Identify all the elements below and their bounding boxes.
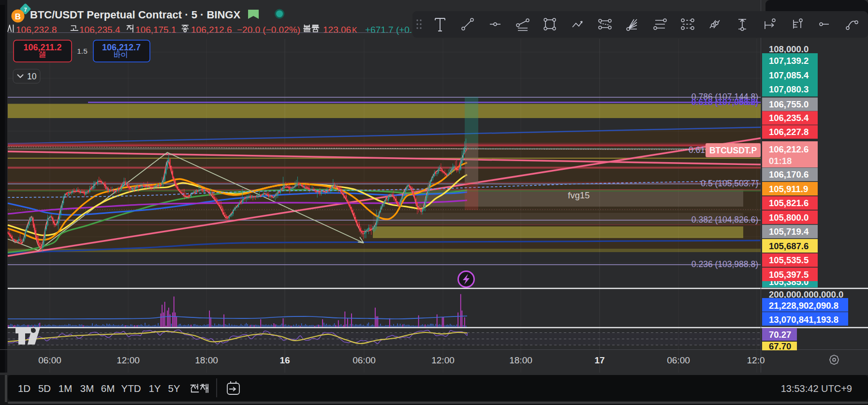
svg-text:0.5 (105,503.7): 0.5 (105,503.7) [701,179,758,188]
svg-text:12:0: 12:0 [747,355,765,365]
svg-text:1Y: 1Y [148,383,161,394]
svg-text:1M: 1M [59,383,72,394]
svg-text:5Y: 5Y [168,383,180,394]
svg-text:7: 7 [24,7,27,13]
svg-text:01:18: 01:18 [769,156,792,166]
svg-text:105,397.5: 105,397.5 [769,270,809,280]
svg-text:106,755.0: 106,755.0 [769,99,809,109]
svg-text:YTD: YTD [121,383,141,394]
svg-text:107,080.3: 107,080.3 [769,84,809,94]
svg-text:−20.0 (−0.02%): −20.0 (−0.02%) [237,25,300,35]
svg-text:105,800.0: 105,800.0 [769,212,809,223]
svg-text:106,235.4: 106,235.4 [79,25,120,35]
svg-text:12:00: 12:00 [117,355,140,365]
svg-text:106,211.2: 106,211.2 [23,43,61,52]
svg-text:K: K [352,26,357,34]
svg-text:12:00: 12:00 [431,355,455,365]
svg-text:18:00: 18:00 [509,355,532,365]
svg-text:5D: 5D [38,383,51,394]
svg-text:200,000,000,000.0: 200,000,000,000.0 [769,289,843,300]
svg-text:105,911.9: 105,911.9 [769,184,808,194]
svg-text:123.06: 123.06 [323,25,351,35]
svg-text:06:00: 06:00 [353,355,376,365]
svg-text:106,232.8: 106,232.8 [16,25,57,35]
svg-text:70.27: 70.27 [769,330,791,340]
svg-text:106,212.7: 106,212.7 [102,43,141,52]
svg-text:1D: 1D [18,383,30,394]
svg-text:107,139.2: 107,139.2 [769,56,809,66]
svg-text:108,000.0: 108,000.0 [769,44,809,54]
svg-text:105,687.6: 105,687.6 [769,241,809,251]
svg-text:BTCUSDT.P: BTCUSDT.P [709,146,757,155]
svg-text:107,085.4: 107,085.4 [769,70,809,80]
svg-text:06:00: 06:00 [667,355,690,365]
svg-text:105,719.4: 105,719.4 [769,226,809,237]
svg-text:106,212.6: 106,212.6 [769,144,809,154]
svg-text:0.382 (104,826.6): 0.382 (104,826.6) [691,215,758,225]
svg-text:18:00: 18:00 [195,355,218,365]
svg-text:106,227.8: 106,227.8 [769,127,809,137]
svg-text:106,175.1: 106,175.1 [135,25,177,35]
svg-text:0.236 (103,988.8): 0.236 (103,988.8) [691,259,758,269]
svg-text:0.65: 0.65 [739,97,755,107]
svg-text:13,070,841,193.8: 13,070,841,193.8 [769,315,839,325]
svg-text:fvg15: fvg15 [568,190,589,200]
svg-text:21,228,902,090.8: 21,228,902,090.8 [769,300,839,311]
svg-text:BTC/USDT Perpetual Contract ·: BTC/USDT Perpetual Contract · 5 · BINGX [30,9,240,21]
svg-text:13:53:42 UTC+9: 13:53:42 UTC+9 [781,383,852,394]
svg-text:17: 17 [594,355,604,365]
svg-text:106,212.6: 106,212.6 [191,25,232,35]
svg-text:0.61: 0.61 [689,145,705,155]
svg-text:06:00: 06:00 [38,355,61,365]
svg-text:67.70: 67.70 [769,341,791,351]
svg-text:3M: 3M [80,383,94,394]
svg-text:16: 16 [280,355,290,365]
svg-text:6M: 6M [101,383,115,394]
svg-text:106,235.4: 106,235.4 [769,113,809,123]
svg-text:10: 10 [27,72,37,81]
svg-text:B: B [15,12,21,21]
svg-text:105,821.6: 105,821.6 [769,198,809,208]
svg-text:106,170.6: 106,170.6 [769,169,809,180]
svg-text:+671.7 (+0.: +671.7 (+0. [365,25,412,35]
svg-text:105,535.5: 105,535.5 [769,255,809,265]
svg-text:1.5: 1.5 [77,47,88,55]
